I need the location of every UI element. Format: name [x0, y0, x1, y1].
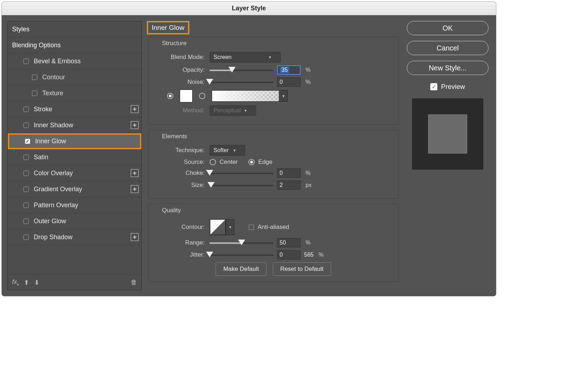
color-swatch[interactable] [180, 90, 193, 102]
sidebar-header-styles[interactable]: Styles [8, 21, 141, 37]
sidebar-item-drop-shadow[interactable]: Drop Shadow + [8, 229, 141, 245]
jitter-input[interactable]: 0 [277, 250, 301, 259]
noise-slider[interactable] [210, 79, 274, 86]
noise-input[interactable]: 0 [277, 77, 301, 87]
gradient-overlay-label: Gradient Overlay [34, 186, 82, 193]
opacity-slider[interactable] [210, 66, 274, 74]
contour-dropdown-icon[interactable]: ▾ [226, 219, 234, 235]
sidebar-item-texture[interactable]: Texture [8, 85, 141, 101]
blend-mode-value: Screen [214, 54, 232, 60]
dialog-content: Styles Blending Options Bevel & Emboss C… [2, 15, 496, 296]
outer-glow-checkbox[interactable] [23, 219, 29, 224]
size-label: Size: [153, 182, 206, 189]
size-input[interactable]: 2 [277, 181, 301, 190]
slider-thumb-icon[interactable] [206, 170, 213, 176]
preview-label: Preview [441, 83, 465, 91]
sidebar-item-satin[interactable]: Satin [8, 149, 141, 165]
sidebar-item-blending-options[interactable]: Blending Options [8, 37, 141, 53]
range-slider[interactable] [210, 239, 274, 246]
antialias-checkbox[interactable] [249, 225, 254, 230]
size-slider[interactable] [210, 182, 274, 189]
stroke-checkbox[interactable] [23, 107, 29, 112]
sidebar-item-color-overlay[interactable]: Color Overlay + [8, 165, 141, 181]
bevel-checkbox[interactable] [23, 59, 29, 64]
sidebar-footer: fx▾ ⬆ ⬇ 🗑 [8, 274, 141, 290]
slider-thumb-icon[interactable] [206, 79, 213, 85]
reset-default-button[interactable]: Reset to Default [273, 262, 331, 276]
inner-glow-checkbox[interactable] [25, 139, 30, 144]
contour-checkbox[interactable] [32, 75, 37, 80]
opacity-input[interactable]: 35 [277, 65, 301, 75]
opacity-unit: % [306, 67, 311, 73]
elements-group: Elements Technique: Softer ▾ Source: Cen… [148, 130, 399, 199]
chevron-down-icon: ▾ [230, 148, 236, 153]
inner-shadow-add-icon[interactable]: + [131, 121, 139, 129]
sidebar-item-stroke[interactable]: Stroke + [8, 101, 141, 117]
ok-button[interactable]: OK [407, 21, 489, 35]
choke-slider[interactable] [210, 170, 274, 177]
gradient-overlay-checkbox[interactable] [23, 187, 29, 192]
slider-thumb-icon[interactable] [206, 252, 213, 257]
trash-icon[interactable]: 🗑 [131, 279, 137, 286]
new-style-button[interactable]: New Style... [407, 61, 489, 75]
color-overlay-checkbox[interactable] [23, 171, 29, 176]
sidebar-item-bevel-emboss[interactable]: Bevel & Emboss [8, 53, 141, 69]
gradient-dropdown-icon[interactable]: ▾ [279, 90, 288, 102]
jitter-label: Jitter: [153, 251, 206, 258]
make-default-button[interactable]: Make Default [216, 262, 266, 276]
sidebar-item-inner-glow[interactable]: Inner Glow [8, 133, 141, 149]
range-label: Range: [153, 239, 206, 246]
stroke-add-icon[interactable]: + [131, 105, 139, 113]
gradient-overlay-add-icon[interactable]: + [131, 185, 139, 193]
technique-label: Technique: [153, 147, 206, 154]
cancel-button[interactable]: Cancel [407, 41, 489, 55]
chevron-down-icon: ▾ [241, 108, 247, 113]
sidebar-item-contour[interactable]: Contour [8, 69, 141, 85]
window-title: Layer Style [2, 2, 496, 15]
chevron-down-icon: ▾ [265, 55, 271, 60]
range-input[interactable]: 50 [277, 238, 301, 247]
source-label: Source: [153, 159, 206, 166]
slider-thumb-icon[interactable] [207, 182, 215, 188]
sidebar-item-pattern-overlay[interactable]: Pattern Overlay [8, 197, 141, 213]
texture-checkbox[interactable] [32, 91, 37, 96]
source-edge-radio[interactable] [248, 159, 255, 165]
opacity-label: Opacity: [153, 66, 206, 74]
contour-label: Contour: [153, 224, 206, 231]
contour-picker[interactable] [210, 219, 226, 235]
styles-sidebar: Styles Blending Options Bevel & Emboss C… [7, 21, 142, 290]
color-overlay-add-icon[interactable]: + [131, 169, 139, 177]
gradient-picker[interactable] [212, 90, 279, 102]
styles-label: Styles [12, 26, 29, 33]
technique-select[interactable]: Softer ▾ [210, 145, 245, 156]
sidebar-item-outer-glow[interactable]: Outer Glow [8, 213, 141, 229]
source-center-radio[interactable] [210, 159, 216, 165]
sidebar-item-inner-shadow[interactable]: Inner Shadow + [8, 117, 141, 133]
choke-input[interactable]: 0 [277, 168, 301, 178]
pattern-overlay-checkbox[interactable] [23, 203, 29, 208]
drop-shadow-checkbox[interactable] [23, 235, 29, 240]
texture-label: Texture [42, 90, 63, 97]
panel-heading: Inner Glow [152, 24, 184, 31]
noise-unit: % [306, 79, 311, 85]
inner-shadow-checkbox[interactable] [23, 123, 29, 128]
choke-label: Choke: [153, 170, 206, 177]
slider-thumb-icon[interactable] [228, 67, 236, 73]
fx-menu-icon[interactable]: fx▾ [12, 278, 19, 286]
method-select: Perceptual ▾ [210, 105, 256, 116]
noise-label: Noise: [153, 79, 206, 86]
drop-shadow-add-icon[interactable]: + [131, 233, 139, 241]
color-radio[interactable] [167, 93, 173, 99]
source-edge-label: Edge [258, 159, 273, 166]
contour-label: Contour [42, 74, 65, 81]
slider-thumb-icon[interactable] [238, 240, 245, 245]
gradient-radio[interactable] [199, 93, 205, 99]
satin-checkbox[interactable] [23, 155, 29, 160]
jitter-slider[interactable] [210, 251, 274, 258]
sidebar-item-gradient-overlay[interactable]: Gradient Overlay + [8, 181, 141, 197]
blend-mode-select[interactable]: Screen ▾ [210, 52, 281, 63]
drop-shadow-label: Drop Shadow [34, 234, 72, 241]
move-down-icon[interactable]: ⬇ [34, 279, 39, 286]
preview-checkbox[interactable] [430, 83, 437, 90]
move-up-icon[interactable]: ⬆ [24, 279, 29, 286]
